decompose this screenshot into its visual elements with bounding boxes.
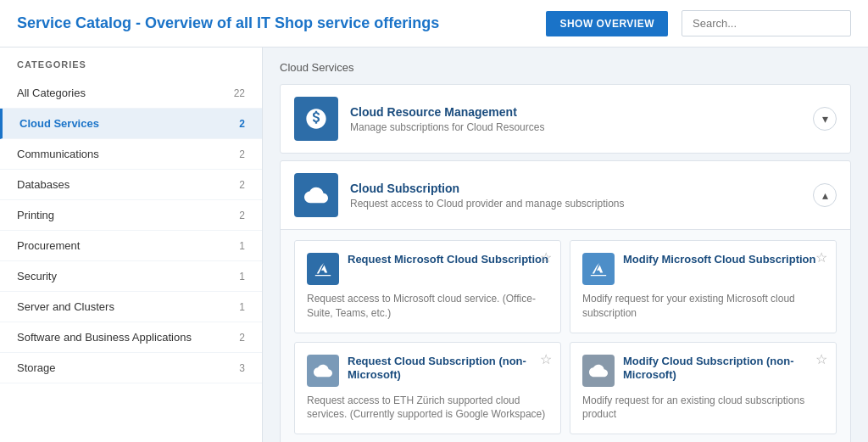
sidebar-item-count: 1 (239, 301, 245, 313)
service-card-cloud-resource-management: Cloud Resource Management Manage subscri… (280, 84, 851, 154)
star-button-modify-cloud-non-ms[interactable]: ☆ (815, 351, 827, 367)
sub-item-desc-modify-ms-cloud: Modify request for your existing Microso… (582, 292, 824, 321)
sidebar-item-count: 2 (239, 332, 245, 344)
main-layout: CATEGORIES All Categories 22 Cloud Servi… (0, 48, 868, 442)
page-title: Service Catalog - Overview of all IT Sho… (17, 14, 532, 32)
sidebar-item-server-clusters[interactable]: Server and Clusters 1 (0, 292, 262, 322)
sub-item-modify-cloud-non-ms[interactable]: ☆ Modify Cloud Subscription (non-Microso… (570, 342, 837, 435)
sidebar-item-storage[interactable]: Storage 3 (0, 353, 262, 383)
sub-item-desc-modify-cloud-non-ms: Modify request for an existing cloud sub… (582, 394, 824, 422)
sub-item-modify-ms-cloud[interactable]: ☆ Modify Microsoft Cloud Subscription Mo… (570, 240, 837, 333)
service-desc-cloud-resource-management: Manage subscriptions for Cloud Resources (350, 121, 813, 133)
sidebar-items-container: All Categories 22 Cloud Services 2 Commu… (0, 78, 262, 383)
sidebar-item-count: 1 (239, 240, 245, 252)
sidebar-item-count: 2 (239, 179, 245, 191)
sidebar-item-printing[interactable]: Printing 2 (0, 200, 262, 231)
sidebar-item-cloud-services[interactable]: Cloud Services 2 (0, 109, 262, 139)
header: Service Catalog - Overview of all IT Sho… (0, 0, 868, 48)
search-input[interactable] (682, 10, 851, 36)
sub-item-name-modify-ms-cloud: Modify Microsoft Cloud Subscription (623, 253, 816, 267)
sub-item-desc-request-cloud-non-ms: Request access to ETH Zürich supported c… (307, 394, 548, 422)
sidebar-item-label: All Categories (17, 87, 86, 99)
chevron-cloud-subscription[interactable]: ▴ (813, 183, 837, 207)
sidebar-item-label: Procurement (17, 239, 80, 252)
sidebar-item-label: Software and Business Applications (17, 331, 192, 344)
sidebar: CATEGORIES All Categories 22 Cloud Servi… (0, 48, 263, 442)
sub-item-request-ms-cloud[interactable]: ☆ Request Microsoft Cloud Subscription R… (294, 240, 561, 333)
sidebar-item-count: 2 (239, 210, 245, 221)
sub-items-grid: ☆ Request Microsoft Cloud Subscription R… (294, 240, 837, 434)
service-card-header-cloud-resource-management[interactable]: Cloud Resource Management Manage subscri… (281, 85, 850, 153)
show-overview-button[interactable]: SHOW OVERVIEW (546, 11, 668, 36)
service-cards-container: Cloud Resource Management Manage subscri… (280, 84, 851, 442)
star-button-modify-ms-cloud[interactable]: ☆ (815, 249, 827, 266)
sub-icon-request-ms-cloud (307, 253, 339, 285)
service-icon-cloud-resource-management (294, 97, 338, 141)
service-icon-cloud-subscription (294, 173, 338, 217)
sidebar-item-label: Databases (17, 178, 70, 191)
sidebar-item-count: 22 (234, 87, 245, 99)
sidebar-item-label: Printing (17, 209, 54, 221)
sub-icon-request-cloud-non-ms (307, 355, 339, 387)
sidebar-item-all-categories[interactable]: All Categories 22 (0, 78, 262, 109)
service-card-body-cloud-subscription: ☆ Request Microsoft Cloud Subscription R… (281, 229, 850, 442)
sub-icon-modify-ms-cloud (582, 253, 615, 285)
sidebar-item-label: Server and Clusters (17, 300, 114, 313)
sub-item-name-modify-cloud-non-ms: Modify Cloud Subscription (non-Microsoft… (623, 355, 824, 383)
service-card-header-cloud-subscription[interactable]: Cloud Subscription Request access to Clo… (281, 161, 850, 229)
sidebar-item-label: Security (17, 270, 57, 283)
sidebar-item-count: 2 (239, 118, 245, 130)
sidebar-item-procurement[interactable]: Procurement 1 (0, 231, 262, 261)
sub-icon-modify-cloud-non-ms (582, 355, 615, 387)
breadcrumb: Cloud Services (280, 61, 851, 74)
sub-item-request-cloud-non-ms[interactable]: ☆ Request Cloud Subscription (non-Micros… (294, 342, 561, 435)
sub-item-name-request-ms-cloud: Request Microsoft Cloud Subscription (348, 253, 548, 267)
sidebar-item-count: 3 (239, 362, 245, 374)
sidebar-item-communications[interactable]: Communications 2 (0, 139, 262, 170)
sidebar-item-count: 1 (239, 271, 245, 283)
sidebar-item-label: Communications (17, 148, 99, 160)
sidebar-item-count: 2 (239, 148, 245, 160)
service-desc-cloud-subscription: Request access to Cloud provider and man… (350, 198, 813, 210)
content-area: Cloud Services Cloud Resource Management… (263, 48, 868, 442)
sidebar-item-label: Storage (17, 361, 56, 374)
service-card-cloud-subscription: Cloud Subscription Request access to Clo… (280, 160, 851, 442)
service-name-cloud-resource-management: Cloud Resource Management (350, 105, 813, 119)
sidebar-item-security[interactable]: Security 1 (0, 261, 262, 292)
sidebar-item-software-business[interactable]: Software and Business Applications 2 (0, 322, 262, 353)
star-button-request-cloud-non-ms[interactable]: ☆ (540, 351, 552, 367)
sidebar-section-label: CATEGORIES (0, 48, 262, 78)
chevron-cloud-resource-management[interactable]: ▾ (813, 107, 837, 131)
sub-item-name-request-cloud-non-ms: Request Cloud Subscription (non-Microsof… (348, 355, 548, 383)
service-name-cloud-subscription: Cloud Subscription (350, 182, 813, 195)
sub-item-desc-request-ms-cloud: Request access to Microsoft cloud servic… (307, 292, 548, 321)
app-wrapper: Service Catalog - Overview of all IT Sho… (0, 0, 868, 442)
sidebar-item-label: Cloud Services (19, 117, 99, 130)
star-button-request-ms-cloud[interactable]: ☆ (540, 249, 552, 266)
sidebar-item-databases[interactable]: Databases 2 (0, 170, 262, 200)
